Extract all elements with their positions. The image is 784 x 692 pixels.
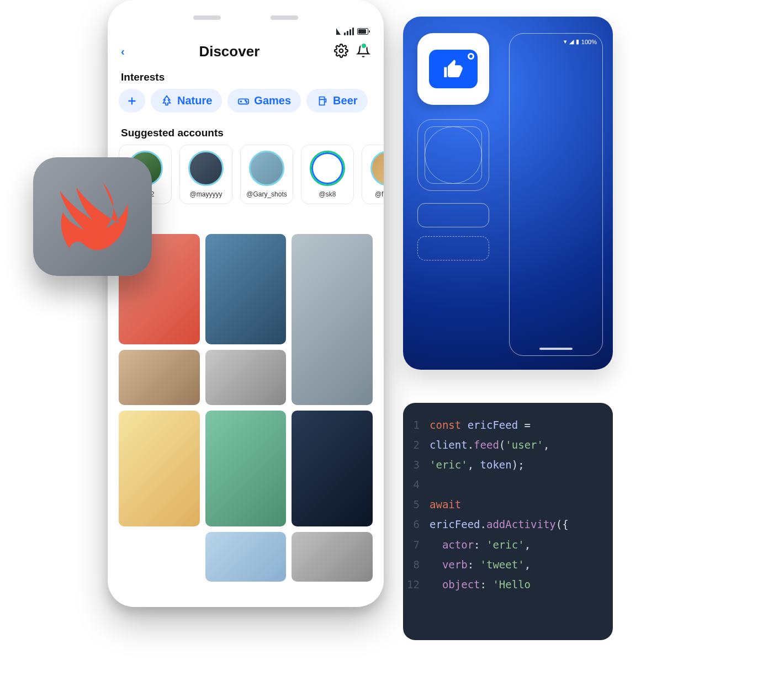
account-card[interactable]: @mayyyyy: [179, 145, 232, 204]
battery-label: 100%: [581, 39, 597, 45]
phone-speaker: [108, 15, 384, 24]
wifi-icon: ▾: [564, 38, 567, 45]
interest-chips: Nature Games Beer: [108, 89, 384, 120]
account-handle: @Gary_shots: [246, 190, 287, 198]
code-content: verb: 'tweet',: [430, 555, 531, 574]
code-line: 3'eric', token);: [403, 455, 613, 475]
line-number: 3: [403, 455, 430, 475]
feed-tile[interactable]: [205, 350, 287, 405]
app-header: ‹ Discover: [108, 38, 384, 65]
wireframe-slot: [417, 203, 489, 227]
line-number: 1: [403, 415, 430, 435]
avatar: [310, 151, 345, 186]
svg-point-0: [340, 49, 343, 52]
chip-label: Beer: [333, 94, 357, 107]
account-handle: @mayyyyy: [190, 190, 223, 198]
notifications-button[interactable]: [356, 44, 370, 60]
account-card[interactable]: @Gary_shots: [240, 145, 293, 204]
wireframe-status-bar: ▾ ◢ ▮ 100%: [510, 34, 602, 50]
chip-label: Games: [254, 94, 291, 107]
line-number: 8: [403, 555, 430, 574]
notification-dot: [468, 53, 474, 60]
app-icon-tile: [417, 33, 489, 105]
code-content: client.feed('user',: [430, 435, 549, 455]
blueprint-card: ▾ ◢ ▮ 100%: [403, 17, 613, 370]
thumbs-tile: [429, 50, 478, 88]
code-line: 12 object: 'Hello: [403, 574, 613, 594]
code-line: 7 actor: 'eric',: [403, 535, 613, 555]
code-content: actor: 'eric',: [430, 535, 531, 555]
thumbs-up-icon: [442, 58, 464, 80]
page-title: Discover: [125, 43, 334, 60]
wifi-icon: [344, 28, 354, 35]
code-content: object: 'Hello: [430, 574, 531, 594]
code-content: 'eric', token);: [430, 455, 525, 475]
code-line: 5await: [403, 494, 613, 514]
line-number: 7: [403, 535, 430, 555]
account-handle: @flo_bot: [375, 190, 384, 198]
feed-tile[interactable]: [292, 411, 373, 526]
phone-mockup: ‹ Discover Interests Nature Games Beer: [108, 0, 384, 607]
code-line: 2client.feed('user',: [403, 435, 613, 455]
avatar: [249, 151, 284, 186]
feed-tile[interactable]: [119, 411, 200, 526]
plus-icon: [126, 95, 138, 107]
add-interest-button[interactable]: [119, 89, 145, 113]
line-number: 6: [403, 514, 430, 534]
line-number: 4: [403, 475, 430, 494]
wireframe-slot-dashed: [417, 236, 489, 260]
code-line: 4: [403, 475, 613, 494]
home-indicator: [539, 348, 573, 350]
line-number: 12: [403, 574, 430, 594]
avatar: [188, 151, 224, 186]
feed-tile[interactable]: [205, 234, 287, 344]
battery-icon: [357, 28, 368, 35]
gear-icon: [334, 44, 348, 58]
beer-icon: [316, 95, 329, 107]
interest-chip-nature[interactable]: Nature: [151, 89, 222, 113]
swift-logo-badge: [33, 157, 152, 276]
status-bar: [108, 24, 384, 38]
gamepad-icon: [237, 95, 250, 107]
battery-icon: ▮: [576, 38, 579, 45]
chip-label: Nature: [177, 94, 212, 107]
svg-point-3: [246, 101, 247, 102]
settings-button[interactable]: [334, 44, 348, 60]
feed-tile[interactable]: [119, 350, 200, 405]
code-content: await: [430, 494, 461, 514]
feed-tile[interactable]: [292, 234, 373, 405]
swift-icon: [51, 175, 134, 258]
notification-dot: [361, 42, 367, 49]
wireframe-phone: ▾ ◢ ▮ 100%: [509, 33, 603, 356]
interest-chip-games[interactable]: Games: [227, 89, 301, 113]
code-line: 6ericFeed.addActivity({: [403, 514, 613, 534]
avatar: [370, 151, 384, 186]
account-handle: @sk8: [319, 190, 336, 198]
suggested-label: Suggested accounts: [108, 120, 384, 145]
code-line: 8 verb: 'tweet',: [403, 555, 613, 574]
code-line: 1const ericFeed =: [403, 415, 613, 435]
code-snippet-card: 1const ericFeed =2client.feed('user',3'e…: [403, 403, 613, 640]
back-button[interactable]: ‹: [121, 45, 125, 58]
line-number: 2: [403, 435, 430, 455]
feed-tile[interactable]: [205, 411, 287, 526]
svg-point-2: [245, 100, 246, 101]
account-card[interactable]: @flo_bot: [362, 145, 384, 204]
interest-chip-beer[interactable]: Beer: [306, 89, 367, 113]
code-content: const ericFeed =: [430, 415, 531, 435]
interests-label: Interests: [108, 65, 384, 89]
signal-icon: ◢: [569, 38, 574, 45]
code-content: ericFeed.addActivity({: [430, 514, 569, 534]
signal-icon: [336, 28, 341, 35]
feed-grid: [108, 234, 384, 582]
account-card[interactable]: @sk8: [301, 145, 354, 204]
wireframe-icon-grid: [417, 119, 489, 191]
feed-tile[interactable]: [205, 532, 287, 582]
feed-tile[interactable]: [292, 532, 373, 582]
line-number: 5: [403, 494, 430, 514]
tree-icon: [161, 95, 173, 107]
